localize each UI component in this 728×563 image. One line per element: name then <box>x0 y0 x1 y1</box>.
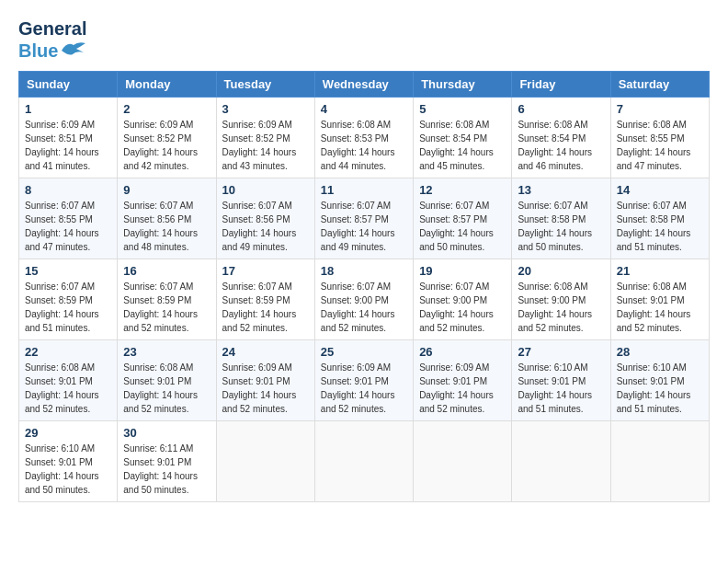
calendar-cell: 5 Sunrise: 6:08 AM Sunset: 8:54 PM Dayli… <box>414 98 512 178</box>
day-info: Sunrise: 6:07 AM Sunset: 8:59 PM Dayligh… <box>123 280 210 335</box>
calendar-cell: 24 Sunrise: 6:09 AM Sunset: 9:01 PM Dayl… <box>216 340 314 421</box>
day-number: 14 <box>617 183 703 197</box>
weekday-header-wednesday: Wednesday <box>314 72 413 98</box>
day-number: 5 <box>419 102 506 116</box>
day-info: Sunrise: 6:08 AM Sunset: 9:01 PM Dayligh… <box>617 280 703 335</box>
day-info: Sunrise: 6:08 AM Sunset: 9:01 PM Dayligh… <box>25 361 111 416</box>
day-number: 7 <box>617 102 703 116</box>
calendar-week-4: 22 Sunrise: 6:08 AM Sunset: 9:01 PM Dayl… <box>19 340 710 421</box>
calendar-header-row: SundayMondayTuesdayWednesdayThursdayFrid… <box>19 72 710 98</box>
calendar-week-5: 29 Sunrise: 6:10 AM Sunset: 9:01 PM Dayl… <box>19 421 710 502</box>
calendar-cell: 11 Sunrise: 6:07 AM Sunset: 8:57 PM Dayl… <box>314 178 413 259</box>
calendar-cell: 20 Sunrise: 6:08 AM Sunset: 9:00 PM Dayl… <box>512 259 610 340</box>
day-number: 18 <box>321 264 407 278</box>
day-info: Sunrise: 6:08 AM Sunset: 8:54 PM Dayligh… <box>419 118 506 173</box>
calendar-week-3: 15 Sunrise: 6:07 AM Sunset: 8:59 PM Dayl… <box>19 259 710 340</box>
calendar-cell: 29 Sunrise: 6:10 AM Sunset: 9:01 PM Dayl… <box>19 421 118 502</box>
day-info: Sunrise: 6:07 AM Sunset: 8:55 PM Dayligh… <box>25 199 111 254</box>
day-info: Sunrise: 6:07 AM Sunset: 8:58 PM Dayligh… <box>617 199 703 254</box>
calendar-cell: 28 Sunrise: 6:10 AM Sunset: 9:01 PM Dayl… <box>610 340 709 421</box>
calendar-cell: 3 Sunrise: 6:09 AM Sunset: 8:52 PM Dayli… <box>216 98 314 178</box>
day-number: 10 <box>222 183 309 197</box>
weekday-header-monday: Monday <box>118 72 216 98</box>
day-info: Sunrise: 6:08 AM Sunset: 9:01 PM Dayligh… <box>123 361 210 416</box>
calendar-cell: 12 Sunrise: 6:07 AM Sunset: 8:57 PM Dayl… <box>414 178 512 259</box>
calendar-cell <box>216 421 314 502</box>
weekday-header-friday: Friday <box>512 72 610 98</box>
day-info: Sunrise: 6:08 AM Sunset: 8:53 PM Dayligh… <box>321 118 407 173</box>
day-number: 26 <box>419 345 506 359</box>
calendar-cell: 27 Sunrise: 6:10 AM Sunset: 9:01 PM Dayl… <box>512 340 610 421</box>
page-header: General Blue <box>18 18 710 62</box>
logo-blue: Blue <box>18 40 58 62</box>
day-number: 16 <box>123 264 210 278</box>
day-number: 27 <box>518 345 604 359</box>
calendar-week-2: 8 Sunrise: 6:07 AM Sunset: 8:55 PM Dayli… <box>19 178 710 259</box>
calendar-body: 1 Sunrise: 6:09 AM Sunset: 8:51 PM Dayli… <box>19 98 710 502</box>
day-info: Sunrise: 6:07 AM Sunset: 9:00 PM Dayligh… <box>321 280 407 335</box>
calendar-cell: 10 Sunrise: 6:07 AM Sunset: 8:56 PM Dayl… <box>216 178 314 259</box>
day-number: 29 <box>25 426 111 440</box>
logo-text: General <box>18 18 87 40</box>
day-number: 11 <box>321 183 407 197</box>
calendar-cell: 23 Sunrise: 6:08 AM Sunset: 9:01 PM Dayl… <box>118 340 216 421</box>
calendar-cell <box>414 421 512 502</box>
day-number: 8 <box>25 183 111 197</box>
weekday-header-saturday: Saturday <box>610 72 709 98</box>
weekday-header-tuesday: Tuesday <box>216 72 314 98</box>
calendar-cell: 30 Sunrise: 6:11 AM Sunset: 9:01 PM Dayl… <box>118 421 216 502</box>
day-info: Sunrise: 6:07 AM Sunset: 8:58 PM Dayligh… <box>518 199 604 254</box>
day-number: 22 <box>25 345 111 359</box>
day-info: Sunrise: 6:07 AM Sunset: 8:57 PM Dayligh… <box>321 199 407 254</box>
calendar-cell: 2 Sunrise: 6:09 AM Sunset: 8:52 PM Dayli… <box>118 98 216 178</box>
day-info: Sunrise: 6:07 AM Sunset: 8:59 PM Dayligh… <box>25 280 111 335</box>
calendar-cell: 7 Sunrise: 6:08 AM Sunset: 8:55 PM Dayli… <box>610 98 709 178</box>
calendar-cell: 16 Sunrise: 6:07 AM Sunset: 8:59 PM Dayl… <box>118 259 216 340</box>
calendar-cell <box>512 421 610 502</box>
calendar-week-1: 1 Sunrise: 6:09 AM Sunset: 8:51 PM Dayli… <box>19 98 710 178</box>
calendar-cell: 25 Sunrise: 6:09 AM Sunset: 9:01 PM Dayl… <box>314 340 413 421</box>
calendar-cell <box>314 421 413 502</box>
calendar-cell: 13 Sunrise: 6:07 AM Sunset: 8:58 PM Dayl… <box>512 178 610 259</box>
calendar-cell: 26 Sunrise: 6:09 AM Sunset: 9:01 PM Dayl… <box>414 340 512 421</box>
day-info: Sunrise: 6:08 AM Sunset: 8:54 PM Dayligh… <box>518 118 604 173</box>
day-number: 9 <box>123 183 210 197</box>
day-number: 19 <box>419 264 506 278</box>
calendar-cell: 8 Sunrise: 6:07 AM Sunset: 8:55 PM Dayli… <box>19 178 118 259</box>
day-info: Sunrise: 6:07 AM Sunset: 8:56 PM Dayligh… <box>222 199 309 254</box>
calendar-cell: 9 Sunrise: 6:07 AM Sunset: 8:56 PM Dayli… <box>118 178 216 259</box>
day-number: 4 <box>321 102 407 116</box>
day-number: 15 <box>25 264 111 278</box>
day-info: Sunrise: 6:07 AM Sunset: 8:59 PM Dayligh… <box>222 280 309 335</box>
logo-bird-icon <box>60 40 87 58</box>
logo: General Blue <box>18 18 87 62</box>
calendar-cell: 1 Sunrise: 6:09 AM Sunset: 8:51 PM Dayli… <box>19 98 118 178</box>
calendar-cell: 21 Sunrise: 6:08 AM Sunset: 9:01 PM Dayl… <box>610 259 709 340</box>
calendar-cell: 19 Sunrise: 6:07 AM Sunset: 9:00 PM Dayl… <box>414 259 512 340</box>
day-info: Sunrise: 6:09 AM Sunset: 8:52 PM Dayligh… <box>123 118 210 173</box>
calendar-cell: 14 Sunrise: 6:07 AM Sunset: 8:58 PM Dayl… <box>610 178 709 259</box>
calendar-cell: 18 Sunrise: 6:07 AM Sunset: 9:00 PM Dayl… <box>314 259 413 340</box>
day-number: 2 <box>123 102 210 116</box>
day-info: Sunrise: 6:09 AM Sunset: 9:01 PM Dayligh… <box>321 361 407 416</box>
day-info: Sunrise: 6:11 AM Sunset: 9:01 PM Dayligh… <box>123 442 210 497</box>
day-number: 20 <box>518 264 604 278</box>
day-number: 1 <box>25 102 111 116</box>
weekday-header-thursday: Thursday <box>414 72 512 98</box>
day-number: 13 <box>518 183 604 197</box>
day-info: Sunrise: 6:10 AM Sunset: 9:01 PM Dayligh… <box>617 361 703 416</box>
day-info: Sunrise: 6:10 AM Sunset: 9:01 PM Dayligh… <box>518 361 604 416</box>
day-info: Sunrise: 6:09 AM Sunset: 8:51 PM Dayligh… <box>25 118 111 173</box>
day-info: Sunrise: 6:09 AM Sunset: 8:52 PM Dayligh… <box>222 118 309 173</box>
day-info: Sunrise: 6:07 AM Sunset: 9:00 PM Dayligh… <box>419 280 506 335</box>
day-info: Sunrise: 6:07 AM Sunset: 8:56 PM Dayligh… <box>123 199 210 254</box>
weekday-header-sunday: Sunday <box>19 72 118 98</box>
day-number: 23 <box>123 345 210 359</box>
day-info: Sunrise: 6:08 AM Sunset: 9:00 PM Dayligh… <box>518 280 604 335</box>
day-info: Sunrise: 6:09 AM Sunset: 9:01 PM Dayligh… <box>222 361 309 416</box>
calendar-cell: 15 Sunrise: 6:07 AM Sunset: 8:59 PM Dayl… <box>19 259 118 340</box>
day-number: 6 <box>518 102 604 116</box>
calendar-table: SundayMondayTuesdayWednesdayThursdayFrid… <box>18 71 710 502</box>
day-number: 3 <box>222 102 309 116</box>
calendar-cell: 4 Sunrise: 6:08 AM Sunset: 8:53 PM Dayli… <box>314 98 413 178</box>
